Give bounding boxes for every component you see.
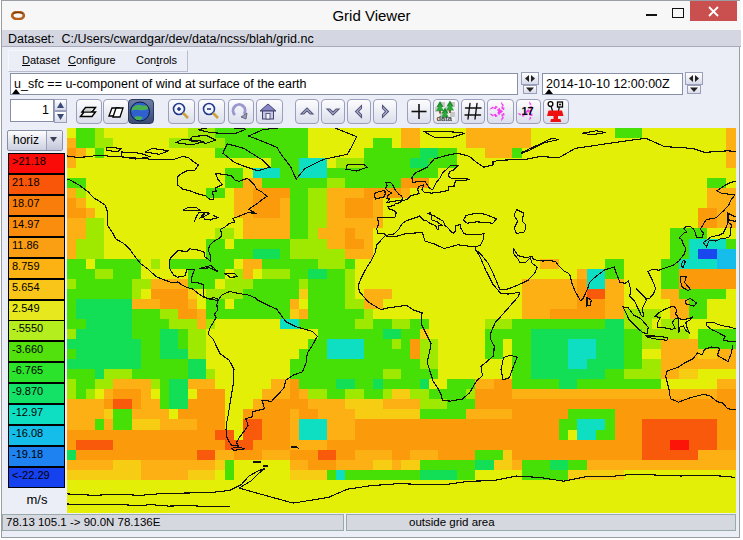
svg-text:data: data [437,114,453,123]
svg-text:17: 17 [522,105,534,117]
